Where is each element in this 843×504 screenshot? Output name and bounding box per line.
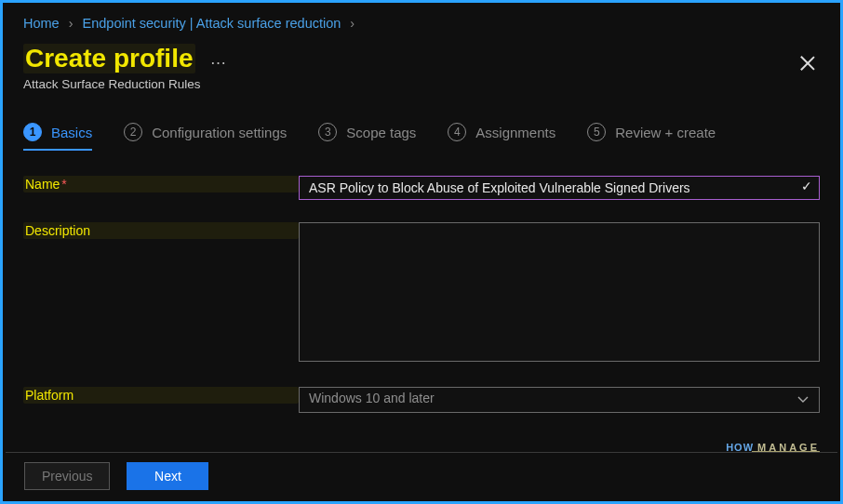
breadcrumb: Home › Endpoint security | Attack surfac…: [23, 16, 820, 31]
description-input[interactable]: [299, 222, 820, 362]
platform-select: Windows 10 and later: [299, 387, 820, 413]
tab-label: Review + create: [615, 125, 716, 140]
required-marker: *: [61, 177, 66, 192]
tab-label: Basics: [51, 125, 92, 140]
wizard-footer: Previous Next: [6, 452, 837, 498]
more-actions-button[interactable]: …: [210, 49, 229, 69]
name-input[interactable]: [299, 176, 820, 200]
page-subtitle: Attack Surface Reduction Rules: [23, 77, 820, 91]
platform-label: Platform: [23, 387, 299, 404]
step-number-icon: 4: [448, 123, 466, 141]
previous-button: Previous: [24, 462, 110, 490]
step-number-icon: 5: [587, 123, 606, 141]
chevron-down-icon: [796, 393, 810, 409]
tab-review-create[interactable]: 5 Review + create: [587, 123, 716, 151]
page-title: Create profile: [23, 44, 195, 73]
step-number-icon: 2: [124, 123, 142, 141]
next-button[interactable]: Next: [127, 462, 208, 490]
chevron-right-icon: ›: [350, 16, 355, 31]
breadcrumb-home[interactable]: Home: [23, 16, 60, 31]
wizard-tabs: 1 Basics 2 Configuration settings 3 Scop…: [23, 123, 820, 152]
tab-label: Assignments: [475, 125, 555, 140]
name-label: Name*: [23, 176, 299, 192]
tab-scope-tags[interactable]: 3 Scope tags: [318, 123, 416, 151]
breadcrumb-endpoint-security[interactable]: Endpoint security | Attack surface reduc…: [83, 16, 341, 31]
chevron-right-icon: ›: [69, 16, 74, 31]
step-number-icon: 1: [23, 123, 42, 141]
tab-assignments[interactable]: 4 Assignments: [448, 123, 555, 151]
tab-label: Scope tags: [346, 125, 416, 140]
platform-value: Windows 10 and later: [309, 391, 435, 405]
step-number-icon: 3: [318, 123, 337, 141]
tab-configuration-settings[interactable]: 2 Configuration settings: [124, 123, 287, 151]
tab-basics[interactable]: 1 Basics: [23, 123, 92, 151]
description-label: Description: [23, 222, 299, 239]
tab-label: Configuration settings: [152, 125, 287, 140]
close-button[interactable]: [799, 55, 816, 72]
